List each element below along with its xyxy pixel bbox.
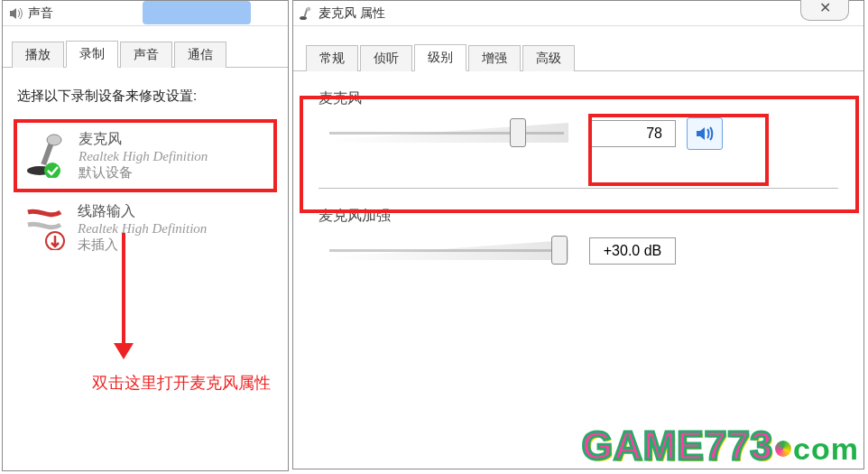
svg-point-5 <box>300 16 307 20</box>
sound-window-title: 声音 <box>28 5 53 22</box>
device-status: 未插入 <box>78 237 269 254</box>
sound-settings-window: 声音 播放 录制 声音 通信 选择以下录制设备来修改设置: 麦克风 Realte… <box>2 0 289 471</box>
speaker-icon <box>8 6 23 21</box>
mic-small-icon <box>299 6 313 21</box>
device-name: 线路输入 <box>78 202 269 221</box>
tab-listen[interactable]: 侦听 <box>360 45 412 71</box>
device-driver: Realtek High Definition <box>78 221 269 237</box>
tab-advanced[interactable]: 高级 <box>522 45 575 71</box>
sound-tabs: 播放 录制 声音 通信 <box>3 26 288 68</box>
tab-sounds[interactable]: 声音 <box>120 42 172 68</box>
props-tabs: 常规 侦听 级别 增强 高级 <box>293 26 863 71</box>
svg-point-7 <box>307 6 311 11</box>
svg-point-3 <box>44 163 60 178</box>
background-button-glow <box>143 1 251 24</box>
tab-levels[interactable]: 级别 <box>414 44 466 71</box>
device-status: 默认设备 <box>78 164 268 181</box>
device-microphone[interactable]: 麦克风 Realtek High Definition 默认设备 <box>14 119 277 192</box>
watermark-suffix: com <box>793 432 859 466</box>
microphone-properties-window: 麦克风 属性 ✕ 常规 侦听 级别 增强 高级 麦克风 78 麦克风加强 +30… <box>292 0 864 469</box>
watermark-brand: GAME773 <box>582 423 773 468</box>
tab-recording[interactable]: 录制 <box>66 41 118 68</box>
tab-enhancements[interactable]: 增强 <box>468 45 521 71</box>
instruction-text: 选择以下录制设备来修改设置: <box>17 88 273 105</box>
annotation-arrow <box>117 233 130 359</box>
tab-playback[interactable]: 播放 <box>12 42 64 68</box>
tab-general[interactable]: 常规 <box>306 45 358 71</box>
microphone-icon <box>23 130 71 179</box>
close-button[interactable]: ✕ <box>800 0 849 21</box>
device-driver: Realtek High Definition <box>78 149 268 164</box>
line-in-icon <box>22 202 70 251</box>
watermark: GAME773com <box>582 423 859 469</box>
device-name: 麦克风 <box>78 130 268 149</box>
svg-point-2 <box>47 135 61 145</box>
close-icon: ✕ <box>819 0 831 16</box>
props-window-title: 麦克风 属性 <box>319 5 385 22</box>
device-line-in-text: 线路输入 Realtek High Definition 未插入 <box>78 202 269 254</box>
highlight-box-levels-panel <box>300 96 859 213</box>
highlight-box-level-value <box>588 114 769 186</box>
mic-boost-slider[interactable] <box>329 233 564 269</box>
device-line-in[interactable]: 线路输入 Realtek High Definition 未插入 <box>14 192 277 264</box>
device-microphone-text: 麦克风 Realtek High Definition 默认设备 <box>78 130 268 181</box>
annotation-text: 双击这里打开麦克风属性 <box>92 372 271 394</box>
watermark-dot-icon <box>775 441 791 457</box>
mic-boost-row: +30.0 dB <box>329 233 863 269</box>
mic-boost-value[interactable]: +30.0 dB <box>589 237 676 265</box>
tab-communications[interactable]: 通信 <box>174 42 226 68</box>
props-window-titlebar: 麦克风 属性 <box>293 1 863 26</box>
recording-tab-content: 选择以下录制设备来修改设置: 麦克风 Realtek High Definiti… <box>3 68 288 276</box>
